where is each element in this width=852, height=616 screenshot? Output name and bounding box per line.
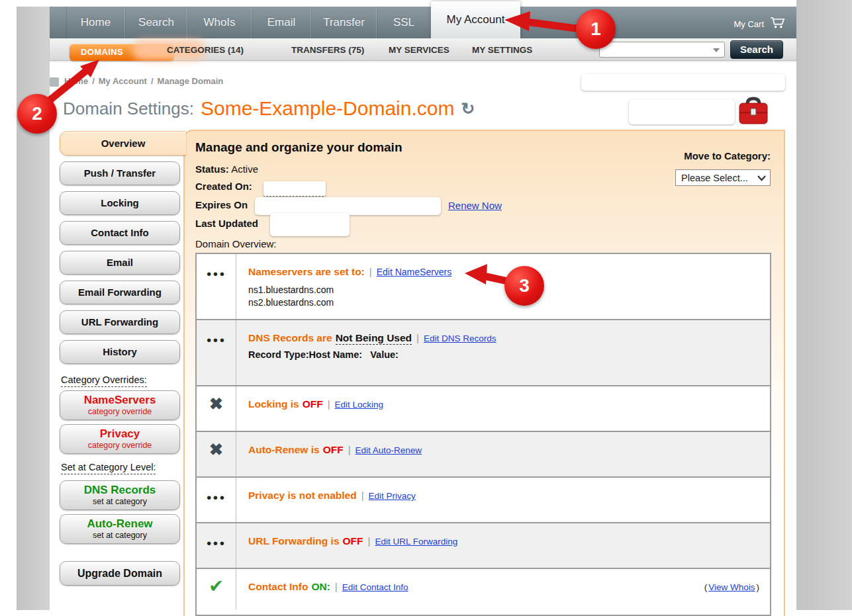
sidebar-tab-email[interactable]: Email	[60, 251, 180, 275]
icon-cell: ✖	[197, 386, 236, 431]
dots-icon: ●●●	[207, 478, 226, 522]
nameserver-2: ns2.bluestardns.com	[248, 296, 759, 309]
check-icon: ✔	[209, 569, 224, 609]
category-title: DNS Records	[60, 483, 179, 497]
redacted-box	[629, 99, 735, 124]
edit-url-forwarding-link[interactable]: Edit URL Forwarding	[375, 537, 457, 547]
category-overrides-heading[interactable]: Category Overrides:	[61, 374, 147, 387]
x-icon: ✖	[209, 386, 223, 431]
upgrade-domain-button[interactable]: Upgrade Domain	[60, 561, 180, 586]
nav-tab-whois[interactable]: WhoIs	[187, 7, 252, 38]
separator: |	[369, 266, 372, 277]
row-content: URL Forwarding is OFF | Edit URL Forward…	[236, 523, 770, 568]
toolbox-icon[interactable]	[736, 96, 771, 130]
row-content: Locking is OFF | Edit Locking	[236, 386, 770, 431]
nav-tab-my-account[interactable]: My Account	[431, 1, 520, 38]
move-to-category-label: Move to Category:	[662, 150, 771, 161]
x-icon: ✖	[209, 432, 223, 476]
status-value: Active	[231, 163, 258, 175]
refresh-icon[interactable]: ↻	[461, 99, 475, 118]
sidebar-tab-overview[interactable]: Overview	[60, 131, 186, 155]
breadcrumb-my-account[interactable]: My Account	[99, 76, 147, 86]
row-title: Auto-Renew is	[248, 444, 320, 456]
sidebar-nameservers-override[interactable]: NameServers category override	[60, 390, 180, 420]
domain-settings-screen: Home Search WhoIs Email Transfer SSL My …	[0, 0, 852, 616]
status-label: Status:	[195, 163, 229, 175]
created-line: Created On:	[195, 181, 252, 192]
subnav-categories[interactable]: CATEGORIES (14)	[167, 45, 244, 55]
updated-line: Last Updated	[195, 218, 258, 229]
breadcrumb-home[interactable]: Home	[64, 76, 88, 86]
sidebar-privacy-override[interactable]: Privacy category override	[60, 424, 180, 454]
dns-record-detail: Record Type:Host Name: Value:	[248, 349, 759, 360]
my-cart-label: My Cart	[734, 19, 765, 29]
override-title: NameServers	[60, 393, 179, 407]
table-row-url-forwarding: ●●● URL Forwarding is OFF | Edit URL For…	[197, 523, 770, 569]
edit-contact-info-link[interactable]: Edit Contact Info	[342, 582, 408, 592]
updated-label: Last Updated	[195, 218, 258, 229]
renew-now-link[interactable]: Renew Now	[448, 200, 502, 211]
subnav-my-services[interactable]: MY SERVICES	[389, 45, 450, 55]
nav-tab-email[interactable]: Email	[252, 7, 311, 38]
row-content: Privacy is not enabled | Edit Privacy	[236, 478, 770, 522]
subnav-domains-button[interactable]: DOMAINS	[70, 44, 174, 61]
table-row-dns-records: ●●● DNS Records are Not Being Used | Edi…	[197, 320, 770, 386]
nav-tab-transfer[interactable]: Transfer	[311, 7, 377, 38]
separator: |	[361, 490, 364, 501]
row-content: DNS Records are Not Being Used | Edit DN…	[236, 320, 770, 385]
sidebar-dns-records-category[interactable]: DNS Records set at category	[60, 480, 180, 510]
row-status: OFF	[343, 535, 363, 547]
icon-cell: ●●●	[197, 523, 236, 568]
domain-name: Some-Example-Domain.com	[201, 97, 454, 120]
separator: |	[368, 535, 371, 547]
sidebar-tab-url-forwarding[interactable]: URL Forwarding	[60, 310, 180, 334]
override-subtitle: category override	[60, 441, 179, 450]
edit-auto-renew-link[interactable]: Edit Auto-Renew	[355, 445, 422, 455]
sidebar-tab-contact-info[interactable]: Contact Info	[60, 221, 180, 245]
breadcrumb: Home/My Account/Manage Domain	[64, 76, 223, 86]
home-icon	[50, 77, 59, 87]
category-select[interactable]: Please Select...	[675, 169, 771, 186]
row-title: Locking is	[248, 398, 299, 410]
edit-dns-records-link[interactable]: Edit DNS Records	[424, 333, 497, 343]
domain-overview-label: Domain Overview:	[195, 238, 277, 249]
sidebar-auto-renew-category[interactable]: Auto-Renew set at category	[60, 514, 180, 544]
sub-nav: DOMAINS CATEGORIES (14) TRANSFERS (75) M…	[50, 38, 796, 61]
redacted-box	[581, 74, 785, 91]
nav-tab-ssl[interactable]: SSL	[377, 7, 431, 38]
row-content: Auto-Renew is OFF | Edit Auto-Renew	[236, 432, 770, 476]
redacted-expires-date	[255, 197, 441, 215]
separator: |	[348, 444, 351, 455]
search-button[interactable]: Search	[730, 40, 783, 59]
row-status: Not Being Used	[336, 332, 412, 345]
separator: |	[335, 581, 338, 592]
icon-cell: ✖	[197, 432, 236, 476]
sidebar-tab-email-forwarding[interactable]: Email Forwarding	[60, 281, 180, 304]
row-content: Nameservers are set to: | Edit NameServe…	[236, 254, 770, 319]
subnav-transfers[interactable]: TRANSFERS (75)	[291, 45, 364, 55]
chevron-down-icon	[757, 175, 766, 181]
row-content: Contact Info ON: | Edit Contact Info ( V…	[236, 569, 770, 609]
search-input[interactable]	[599, 42, 725, 58]
chevron-down-icon[interactable]	[713, 48, 720, 52]
edit-nameservers-link[interactable]: Edit NameServers	[377, 267, 452, 277]
status-line: Status: Active	[195, 163, 258, 175]
my-cart-button[interactable]: My Cart	[734, 17, 786, 31]
nav-tab-search[interactable]: Search	[125, 7, 187, 38]
category-select-value: Please Select...	[681, 173, 748, 183]
table-row-contact-info: ✔ Contact Info ON: | Edit Contact Info (…	[197, 569, 770, 609]
edit-locking-link[interactable]: Edit Locking	[335, 400, 384, 410]
subnav-my-settings[interactable]: MY SETTINGS	[472, 45, 532, 55]
domain-overview-table: ●●● Nameservers are set to: | Edit NameS…	[195, 253, 771, 616]
row-title: Privacy is not enabled	[248, 490, 357, 502]
row-title: DNS Records are	[248, 332, 332, 344]
category-title: Auto-Renew	[60, 517, 179, 531]
row-title: URL Forwarding is	[248, 535, 340, 547]
category-level-heading[interactable]: Set at Category Level:	[61, 462, 156, 474]
sidebar-tab-locking[interactable]: Locking	[60, 191, 180, 215]
view-whois-link[interactable]: View Whois	[708, 582, 755, 592]
edit-privacy-link[interactable]: Edit Privacy	[369, 491, 416, 501]
sidebar-tab-push-transfer[interactable]: Push / Transfer	[60, 161, 180, 185]
nav-tab-home[interactable]: Home	[66, 7, 125, 38]
sidebar-tab-history[interactable]: History	[60, 340, 180, 364]
